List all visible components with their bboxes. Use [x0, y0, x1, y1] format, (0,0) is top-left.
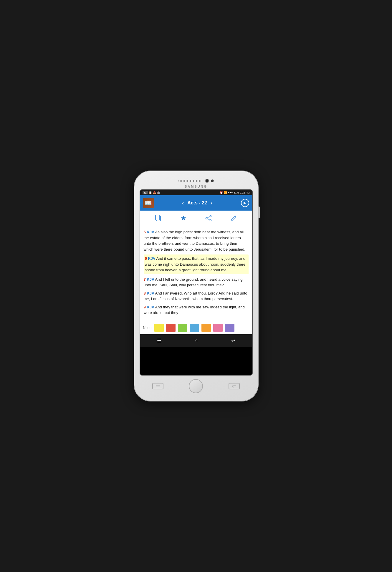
- verse-num-7: 7: [144, 277, 146, 282]
- phone-top: [140, 176, 253, 185]
- clipboard-icon: 📋: [149, 191, 152, 194]
- speaker-grille: [178, 180, 202, 182]
- signal-bars: ●●●: [228, 191, 233, 194]
- edit-button[interactable]: [229, 214, 238, 223]
- status-right: ⏰ 📶 ●●● 51% 9:22 AM: [220, 191, 249, 194]
- version-tag-7: KJV: [147, 277, 154, 282]
- color-blue[interactable]: [190, 324, 199, 332]
- color-picker: None: [140, 321, 252, 334]
- phone-bottom: [140, 376, 253, 396]
- wifi-icon: 📶: [224, 191, 227, 194]
- menu-button[interactable]: ☰: [152, 337, 166, 345]
- prev-chapter-button[interactable]: ‹: [182, 200, 184, 206]
- back-hardware-button[interactable]: [229, 383, 240, 389]
- android-icon: 🤖: [157, 191, 160, 194]
- verse-text-8: And I answered, Who art thou, Lord? And …: [144, 291, 247, 301]
- screen: 51 📋 📥 🤖 ⏰ 📶 ●●● 51% 9:22 AM 📖 ‹ Acts - …: [140, 189, 253, 376]
- svg-point-3: [210, 220, 211, 221]
- volume-button: [258, 206, 260, 218]
- status-bar: 51 📋 📥 🤖 ⏰ 📶 ●●● 51% 9:22 AM: [140, 190, 252, 195]
- color-purple[interactable]: [225, 324, 234, 332]
- verse-text-5: As also the high priest doth bear me wit…: [144, 230, 245, 252]
- color-pink[interactable]: [213, 324, 223, 332]
- time-display: 9:22 AM: [240, 191, 249, 194]
- svg-point-2: [210, 216, 211, 217]
- pencil-icon: [231, 215, 236, 221]
- chapter-nav: ‹ Acts - 22 ›: [156, 200, 239, 206]
- svg-rect-1: [156, 215, 160, 220]
- verse-num-9: 9: [144, 305, 146, 309]
- svg-line-6: [207, 219, 210, 220]
- favorite-button[interactable]: ★: [179, 214, 188, 223]
- sensor: [211, 179, 214, 182]
- system-nav-bar: ☰ ⌂ ↩: [140, 334, 252, 347]
- menu-hardware-button[interactable]: [152, 383, 163, 389]
- next-chapter-button[interactable]: ›: [211, 200, 212, 206]
- color-red[interactable]: [166, 324, 176, 332]
- notification-count: 51: [143, 191, 148, 194]
- copy-icon: [155, 215, 162, 222]
- back-button[interactable]: ↩: [226, 337, 240, 345]
- color-orange[interactable]: [201, 324, 211, 332]
- verse-num-5: 5: [144, 230, 146, 234]
- color-yellow[interactable]: [154, 324, 164, 332]
- version-tag-6: KJV: [148, 256, 155, 261]
- svg-point-4: [206, 218, 207, 219]
- version-tag-8: KJV: [147, 291, 154, 295]
- download-icon: 📥: [153, 191, 156, 194]
- copy-button[interactable]: [154, 214, 163, 223]
- color-green[interactable]: [178, 324, 187, 332]
- front-camera: [205, 179, 209, 183]
- verse-6: 6 KJV And it came to pass, that, as I ma…: [144, 254, 249, 274]
- verse-9: 9 KJV And they that were with me saw ind…: [144, 304, 249, 316]
- action-toolbar: ★: [140, 211, 252, 226]
- play-button[interactable]: ▶: [241, 199, 249, 207]
- verse-7: 7 KJV And I fell unto the ground, and he…: [144, 277, 249, 288]
- home-button[interactable]: ⌂: [190, 337, 202, 344]
- alarm-icon: ⏰: [220, 191, 223, 194]
- svg-line-5: [207, 216, 210, 218]
- brand-label: SAMSUNG: [185, 185, 207, 188]
- battery-level: 51%: [234, 191, 239, 194]
- verse-num-6: 6: [145, 256, 147, 261]
- star-icon: ★: [181, 214, 186, 222]
- share-button[interactable]: [204, 214, 213, 223]
- app-icon: 📖: [143, 198, 154, 208]
- home-hardware-button[interactable]: [189, 379, 203, 393]
- chapter-title: Acts - 22: [187, 200, 207, 206]
- back-hardware-icon: [232, 384, 236, 388]
- verse-8: 8 KJV And I answered, Who art thou, Lord…: [144, 290, 249, 302]
- verse-text-6: And it came to pass, that, as I made my …: [145, 256, 246, 272]
- app-header: 📖 ‹ Acts - 22 › ▶: [140, 195, 252, 211]
- verse-text-9: And they that were with me saw indeed th…: [144, 305, 245, 315]
- phone-device: SAMSUNG 51 📋 📥 🤖 ⏰ 📶 ●●● 51% 9:22 AM 📖 ‹: [134, 171, 258, 401]
- bible-content[interactable]: 5 KJV As also the high priest doth bear …: [140, 226, 252, 321]
- share-icon: [205, 215, 212, 221]
- verse-num-8: 8: [144, 291, 146, 295]
- verse-5: 5 KJV As also the high priest doth bear …: [144, 229, 249, 252]
- version-tag-9: KJV: [147, 305, 154, 309]
- hamburger-icon: [156, 385, 160, 388]
- version-tag-5: KJV: [147, 230, 154, 234]
- none-label: None: [143, 326, 152, 330]
- status-left: 51 📋 📥 🤖: [143, 191, 160, 194]
- verse-text-7: And I fell unto the ground, and heard a …: [144, 277, 243, 287]
